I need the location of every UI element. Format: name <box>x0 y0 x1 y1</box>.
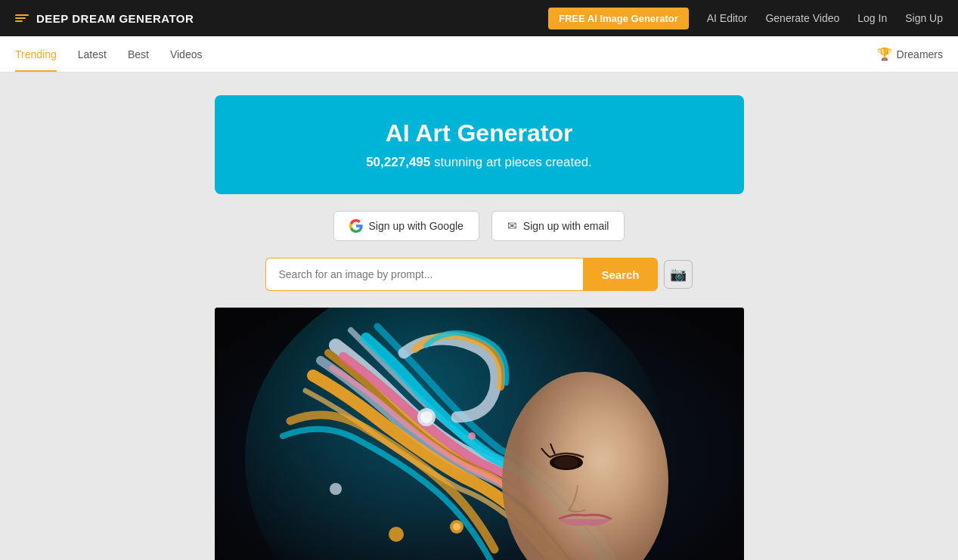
dreamers-link[interactable]: 🏆 Dreamers <box>877 47 943 61</box>
art-image <box>215 308 744 560</box>
search-bar: Search 📷 <box>265 258 692 291</box>
svg-point-13 <box>330 483 342 495</box>
google-icon <box>349 219 363 233</box>
hero-subtitle: 50,227,495 stunning art pieces created. <box>245 155 714 170</box>
generate-video-link[interactable]: Generate Video <box>765 12 839 24</box>
svg-point-6 <box>420 411 432 423</box>
svg-point-10 <box>389 527 404 542</box>
hero-title: AI Art Generator <box>245 119 714 147</box>
logo-text: DEEP DREAM GENERATOR <box>36 12 194 25</box>
signup-google-button[interactable]: Sign up with Google <box>333 211 479 241</box>
tab-videos[interactable]: Videos <box>170 36 203 72</box>
svg-point-4 <box>554 456 578 469</box>
svg-point-8 <box>453 523 460 531</box>
tab-trending[interactable]: Trending <box>15 36 57 72</box>
free-ai-image-generator-button[interactable]: FREE AI Image Generator <box>548 8 689 29</box>
hero-count: 50,227,495 <box>366 155 430 169</box>
hamburger-icon <box>15 14 29 22</box>
tab-best[interactable]: Best <box>128 36 149 72</box>
ai-editor-link[interactable]: AI Editor <box>707 12 748 24</box>
search-button[interactable]: Search <box>583 258 657 291</box>
svg-point-14 <box>468 432 476 440</box>
signup-email-button[interactable]: ✉ Sign up with email <box>491 211 625 241</box>
hero-banner: AI Art Generator 50,227,495 stunning art… <box>215 95 744 194</box>
trophy-icon: 🏆 <box>877 47 892 61</box>
featured-image <box>215 308 744 560</box>
tabs-left: Trending Latest Best Videos <box>15 36 202 72</box>
camera-icon: 📷 <box>670 266 687 283</box>
auth-buttons: Sign up with Google ✉ Sign up with email <box>333 211 625 241</box>
signup-link[interactable]: Sign Up <box>905 12 943 24</box>
login-link[interactable]: Log In <box>857 12 887 24</box>
navbar-right: FREE AI Image Generator AI Editor Genera… <box>548 8 943 29</box>
navbar-left: DEEP DREAM GENERATOR <box>15 12 194 25</box>
search-input-wrapper: Search <box>265 258 657 291</box>
tabs-bar: Trending Latest Best Videos 🏆 Dreamers <box>0 36 958 73</box>
navbar: DEEP DREAM GENERATOR FREE AI Image Gener… <box>0 0 958 36</box>
tab-latest[interactable]: Latest <box>78 36 107 72</box>
camera-search-button[interactable]: 📷 <box>664 260 693 289</box>
email-icon: ✉ <box>507 219 517 233</box>
main-content: AI Art Generator 50,227,495 stunning art… <box>0 73 958 560</box>
search-input[interactable] <box>265 258 583 291</box>
